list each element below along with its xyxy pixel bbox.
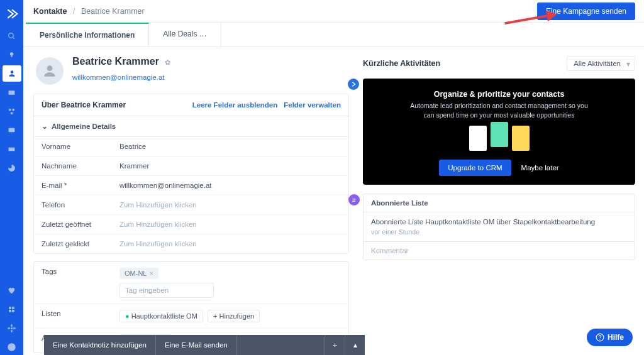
svg-rect-4 [9,90,15,95]
promo-graphic [491,122,508,147]
nav-settings[interactable] [3,320,21,336]
maybe-later-link[interactable]: Maybe later [521,164,559,172]
arrow-right-icon [348,79,359,90]
svg-point-0 [9,33,14,38]
field-email-value[interactable]: willkommen@onlinemagie.at [119,182,212,189]
general-details-toggle[interactable]: ⌄ Allgemeine Details [34,116,348,137]
nav-search[interactable] [3,28,21,44]
logo-icon [6,8,18,20]
nav-reports[interactable] [3,160,21,176]
field-nachname-value[interactable]: Krammer [119,162,149,170]
contact-name: Beatrice Krammer [72,56,159,67]
svg-point-14 [11,327,13,329]
nav-contacts[interactable] [3,65,21,82]
svg-rect-6 [13,109,14,111]
breadcrumb-root[interactable]: Kontakte [33,7,67,16]
svg-rect-11 [12,307,14,309]
svg-point-18 [599,339,600,339]
tab-personal-info[interactable]: Persönliche Informationen [26,23,149,46]
promo-banner: Organize & prioritize your contacts Auto… [363,79,635,185]
svg-rect-9 [9,147,15,150]
about-title: Über Beatrice Krammer [42,101,126,109]
contact-email[interactable]: willkommen@onlinemagie.at [72,74,170,81]
field-clicked-placeholder[interactable]: Zum Hinzufügen klicken [119,240,197,248]
breadcrumb: Kontakte / Beatrice Krammer [33,7,145,16]
promo-graphic [469,126,487,151]
send-email-button[interactable]: Eine E-Mail senden [156,335,237,355]
tag-input[interactable]: Tag eingeben [119,283,214,298]
field-vorname-value[interactable]: Beatrice [119,143,146,150]
add-note-button[interactable]: Eine Kontaktnotiz hinzufügen [44,335,156,355]
field-telefon-placeholder[interactable]: Zum Hinzufügen klicken [119,201,197,209]
nav-mail[interactable] [3,84,21,101]
promo-title: Organize & prioritize your contacts [375,90,623,99]
collapse-icon[interactable]: ▴ [345,335,365,355]
sidebar [0,0,23,355]
field-vorname-label: Vorname [42,143,119,150]
activity-card: ≡ Abonnierte Liste Abonnierte Liste Haup… [363,194,635,260]
tag-remove-icon[interactable]: × [149,270,153,277]
svg-point-1 [10,52,13,55]
nav-lightbulb[interactable] [3,46,21,63]
svg-point-16 [47,65,53,71]
chevron-down-icon: ⌄ [42,122,48,131]
svg-rect-12 [9,310,11,312]
about-card: Über Beatrice Krammer Leere Felder ausbl… [33,94,349,254]
nav-card[interactable] [3,141,21,157]
avatar [36,57,64,85]
field-opened-placeholder[interactable]: Zum Hinzufügen klicken [119,221,197,228]
field-telefon-label: Telefon [42,201,119,209]
list-icon: ≡ [348,194,360,205]
svg-rect-5 [9,109,11,111]
activity-time: vor einer Stunde [371,228,627,236]
svg-point-3 [10,70,13,74]
svg-rect-7 [11,112,13,114]
field-email-label: E-mail * [42,182,119,189]
upgrade-crm-button[interactable]: Upgrade to CRM [439,160,511,176]
svg-rect-10 [9,307,11,309]
list-chip[interactable]: ●Hauptkontaktliste OM [119,310,203,322]
svg-rect-13 [12,310,14,312]
activity-body: Abonnierte Liste Hauptkontaktliste OM üb… [371,218,627,226]
hide-empty-fields-link[interactable]: Leere Felder ausblenden [192,101,278,109]
lists-label: Listen [42,310,119,322]
tabs: Persönliche Informationen Alle Deals … [23,23,644,47]
promo-graphic [512,126,530,151]
help-button[interactable]: Hilfe [587,329,633,346]
svg-point-15 [8,343,16,351]
promo-body: Automate lead prioritization and contact… [405,101,594,119]
recent-activities-title: Kürzliche Aktivitäten [363,59,567,68]
bottom-action-bar: Eine Kontaktnotiz hinzufügen Eine E-Mail… [44,335,365,355]
tags-label: Tags [42,268,119,298]
svg-rect-2 [11,55,12,57]
add-list-button[interactable]: + Hinzufügen [208,310,260,322]
field-nachname-label: Nachname [42,162,119,170]
activity-filter-select[interactable]: Alle Aktivitäten [567,56,635,71]
svg-rect-8 [9,128,15,132]
gear-icon[interactable]: ✿ [165,58,170,67]
field-clicked-label: Zuletzt geklickt [42,240,119,248]
tab-all-deals[interactable]: Alle Deals … [149,23,221,46]
nav-chat[interactable] [3,122,21,138]
tag-chip[interactable]: OM-NL× [119,268,158,279]
nav-profile[interactable] [3,339,21,355]
nav-favorites[interactable] [3,282,21,298]
breadcrumb-current: Beatrice Krammer [81,7,145,16]
nav-apps[interactable] [3,301,21,317]
add-icon[interactable]: + [325,335,345,355]
field-opened-label: Zuletzt geöffnet [42,221,119,228]
manage-fields-link[interactable]: Felder verwalten [284,101,341,109]
activity-comment-input[interactable]: Kommentar [364,241,635,259]
activity-title: Abonnierte Liste [364,194,635,212]
nav-automations[interactable] [3,103,21,119]
